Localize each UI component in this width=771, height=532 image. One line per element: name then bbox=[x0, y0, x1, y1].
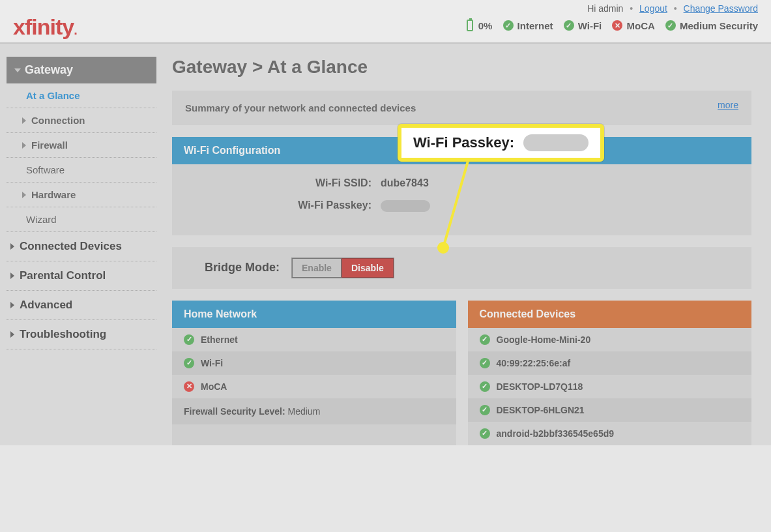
x-icon bbox=[612, 20, 622, 31]
chevron-right-icon bbox=[10, 331, 14, 338]
x-icon bbox=[184, 381, 194, 392]
callout-redacted-pill bbox=[523, 134, 589, 151]
change-password-link[interactable]: Change Password bbox=[684, 3, 758, 14]
chevron-down-icon bbox=[14, 68, 21, 72]
sidebar-item-at-a-glance[interactable]: At a Glance bbox=[7, 83, 156, 108]
sidebar-item-wizard[interactable]: Wizard bbox=[7, 207, 156, 232]
page-title: Gateway > At a Glance bbox=[172, 57, 751, 78]
check-icon bbox=[480, 405, 490, 415]
chevron-right-icon bbox=[22, 117, 26, 124]
firewall-level-row: Firewall Security Level: Medium bbox=[172, 398, 456, 424]
check-icon bbox=[665, 20, 676, 31]
sidebar-section-parental-control[interactable]: Parental Control bbox=[7, 261, 156, 291]
status-moca: MoCA bbox=[626, 20, 654, 31]
more-link[interactable]: more bbox=[718, 100, 738, 110]
chevron-right-icon bbox=[10, 273, 14, 279]
list-item: Google-Home-Mini-20 bbox=[468, 328, 752, 351]
bridge-disable-button[interactable]: Disable bbox=[342, 258, 394, 278]
connected-devices-header: Connected Devices bbox=[468, 301, 752, 328]
check-icon bbox=[480, 381, 490, 392]
check-icon bbox=[480, 358, 490, 368]
summary-panel: Summary of your network and connected de… bbox=[172, 91, 751, 125]
check-icon bbox=[184, 334, 194, 345]
check-icon bbox=[564, 20, 574, 31]
status-internet: Internet bbox=[517, 20, 553, 31]
bridge-mode-toggle: Enable Disable bbox=[291, 258, 394, 278]
logout-link[interactable]: Logout bbox=[639, 3, 667, 14]
battery-pct: 0% bbox=[478, 20, 493, 31]
wifi-ssid-label: Wi-Fi SSID: bbox=[185, 177, 381, 189]
list-item: android-b2bbf336545e65d9 bbox=[468, 422, 752, 445]
sidebar-item-software[interactable]: Software bbox=[7, 158, 156, 183]
home-network-header: Home Network bbox=[172, 301, 456, 328]
sidebar-item-hardware[interactable]: Hardware bbox=[7, 183, 156, 207]
list-item: DESKTOP-6HLGN21 bbox=[468, 398, 752, 422]
bridge-enable-button[interactable]: Enable bbox=[292, 258, 342, 278]
main-content: Gateway > At a Glance Summary of your ne… bbox=[172, 57, 751, 445]
status-row: 0% Internet Wi-Fi MoCA Medium Security bbox=[467, 20, 758, 31]
connected-devices-panel: Connected Devices Google-Home-Mini-20 40… bbox=[468, 301, 752, 445]
status-security: Medium Security bbox=[680, 20, 758, 31]
wifi-passkey-redacted bbox=[381, 200, 430, 212]
check-icon bbox=[480, 428, 490, 439]
greeting: Hi admin bbox=[587, 3, 623, 14]
home-network-panel: Home Network Ethernet Wi-Fi MoCA Firewal… bbox=[172, 301, 456, 445]
chevron-right-icon bbox=[10, 302, 14, 308]
check-icon bbox=[480, 334, 490, 345]
header: xfinity. Hi admin • Logout • Change Pass… bbox=[0, 0, 771, 44]
status-wifi: Wi-Fi bbox=[578, 20, 602, 31]
chevron-right-icon bbox=[22, 192, 26, 198]
list-item: 40:99:22:25:6e:af bbox=[468, 351, 752, 375]
sidebar-item-connection[interactable]: Connection bbox=[7, 108, 156, 133]
top-right-links: Hi admin • Logout • Change Password bbox=[587, 3, 758, 14]
sidebar-section-gateway[interactable]: Gateway bbox=[7, 57, 156, 83]
sidebar-section-connected-devices[interactable]: Connected Devices bbox=[7, 232, 156, 261]
check-icon bbox=[503, 20, 514, 31]
sidebar-section-troubleshooting[interactable]: Troubleshooting bbox=[7, 320, 156, 349]
summary-text: Summary of your network and connected de… bbox=[185, 102, 416, 113]
battery-icon bbox=[467, 20, 473, 31]
logo: xfinity. bbox=[13, 14, 77, 40]
wifi-passkey-label: Wi-Fi Passkey: bbox=[185, 200, 381, 211]
check-icon bbox=[184, 358, 194, 368]
callout-label: Wi-Fi Passkey: bbox=[413, 134, 514, 151]
bridge-mode-label: Bridge Mode: bbox=[205, 261, 280, 274]
chevron-right-icon bbox=[22, 142, 26, 149]
sidebar: Gateway At a Glance Connection Firewall … bbox=[7, 57, 156, 445]
chevron-right-icon bbox=[10, 243, 14, 250]
list-item: DESKTOP-LD7Q118 bbox=[468, 375, 752, 398]
list-item: MoCA bbox=[172, 375, 456, 398]
wifi-ssid-value: dube7843 bbox=[381, 177, 429, 189]
list-item: Ethernet bbox=[172, 328, 456, 351]
bridge-mode-panel: Bridge Mode: Enable Disable bbox=[172, 247, 751, 289]
sidebar-item-firewall[interactable]: Firewall bbox=[7, 133, 156, 158]
sidebar-section-advanced[interactable]: Advanced bbox=[7, 291, 156, 320]
callout-box: Wi-Fi Passkey: bbox=[398, 124, 604, 162]
list-item: Wi-Fi bbox=[172, 351, 456, 375]
